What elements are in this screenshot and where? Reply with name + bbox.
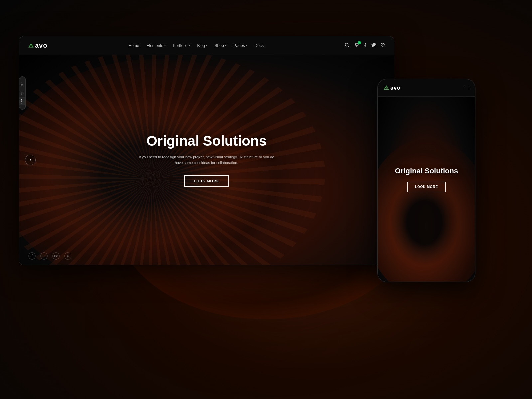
shop-chevron: ▾ [225, 44, 226, 47]
nav-docs[interactable]: Docs [255, 43, 264, 48]
hamburger-line-3 [463, 90, 469, 90]
logo-icon [28, 43, 34, 48]
mobile-hero-content: Original Solutions Look More [395, 167, 458, 212]
nav-home[interactable]: Home [128, 43, 139, 48]
footer-pinterest-icon[interactable]: ⊕ [64, 252, 71, 260]
nav-elements[interactable]: Elements ▾ [146, 43, 165, 48]
pinterest-nav-icon[interactable] [381, 43, 385, 48]
portfolio-chevron: ▾ [189, 44, 190, 47]
hamburger-menu[interactable] [463, 86, 469, 90]
footer-facebook-icon[interactable]: f [28, 252, 36, 260]
cart-badge: 0 [358, 41, 361, 44]
hero-cta-button[interactable]: Look More [184, 175, 229, 187]
nav-blog[interactable]: Blog ▾ [197, 43, 207, 48]
mode-toggle-panel: Light Auto Dark [19, 76, 26, 110]
mobile-cta-button[interactable]: Look More [407, 182, 446, 192]
mode-light[interactable]: Light [19, 81, 25, 89]
facebook-nav-icon[interactable] [364, 43, 367, 48]
desktop-logo[interactable]: avo [28, 42, 47, 49]
hero-subtitle: If you need to redesign your new project… [137, 154, 276, 166]
pages-chevron: ▾ [246, 44, 247, 47]
search-button[interactable] [345, 43, 349, 48]
hero-title: Original Solutions [137, 133, 276, 149]
search-icon [345, 43, 349, 47]
cart-button[interactable]: 0 [354, 43, 359, 48]
blog-chevron: ▾ [206, 44, 207, 47]
hamburger-line-2 [463, 88, 469, 88]
pinterest-icon [381, 43, 385, 47]
mobile-logo[interactable]: avo [384, 85, 401, 91]
footer-behance-icon[interactable]: Be [52, 252, 60, 260]
nav-actions: 0 [345, 43, 385, 48]
facebook-icon [364, 43, 367, 47]
mobile-hero-title: Original Solutions [395, 167, 458, 175]
mode-dark[interactable]: Dark [19, 97, 25, 105]
elements-chevron: ▾ [164, 44, 166, 47]
svg-point-1 [30, 45, 31, 46]
desktop-footer-social: f t Be ⊕ [28, 252, 71, 260]
nav-pages[interactable]: Pages ▾ [234, 43, 247, 48]
nav-portfolio[interactable]: Portfolio ▾ [173, 43, 190, 48]
twitter-icon [371, 43, 376, 47]
svg-line-3 [348, 46, 349, 47]
nav-links: Home Elements ▾ Portfolio ▾ Blog ▾ Shop … [128, 43, 264, 48]
slider-prev-button[interactable]: ‹ [25, 155, 36, 165]
mobile-hero: Original Solutions Look More [378, 97, 475, 282]
mobile-navbar: avo [378, 79, 475, 97]
desktop-navbar: avo Home Elements ▾ Portfolio ▾ Blog ▾ S… [19, 36, 394, 55]
mobile-mockup: avo Original Solutions Look More [377, 79, 475, 282]
hamburger-line-1 [463, 86, 469, 86]
mode-auto[interactable]: Auto [19, 89, 25, 97]
svg-point-5 [358, 46, 358, 47]
svg-point-8 [386, 87, 387, 88]
desktop-hero: ‹ Original Solutions If you need to rede… [19, 55, 394, 265]
footer-twitter-icon[interactable]: t [40, 252, 48, 260]
hero-content: Original Solutions If you need to redesi… [137, 133, 276, 186]
mobile-logo-icon [384, 85, 389, 91]
svg-point-4 [356, 46, 357, 47]
twitter-nav-icon[interactable] [371, 43, 376, 48]
desktop-mockup: avo Home Elements ▾ Portfolio ▾ Blog ▾ S… [19, 36, 394, 265]
nav-shop[interactable]: Shop ▾ [215, 43, 226, 48]
